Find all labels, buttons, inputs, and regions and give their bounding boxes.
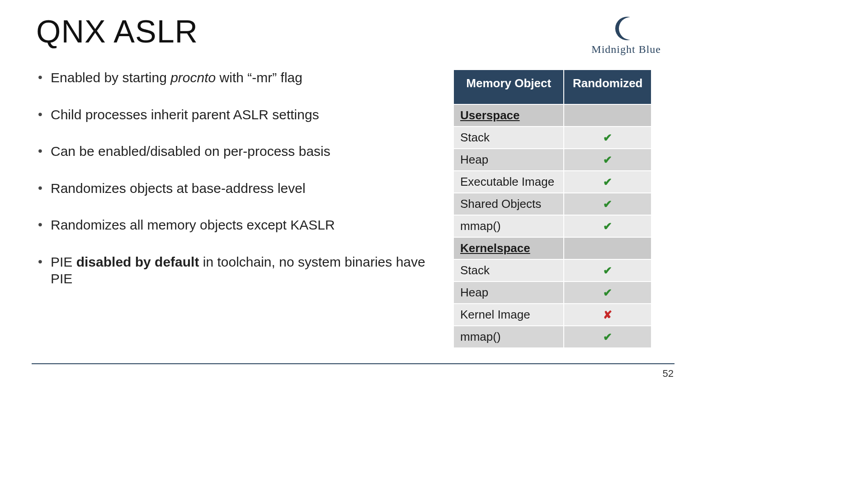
bullet-text: Child processes inherit parent ASLR sett… bbox=[51, 107, 319, 122]
bullets-ul: Enabled by starting procnto with “-mr” f… bbox=[36, 69, 426, 287]
table-row: Heap✔ bbox=[453, 282, 651, 304]
bullet-text: Randomizes all memory objects except KAS… bbox=[51, 217, 335, 232]
content-row: Enabled by starting procnto with “-mr” f… bbox=[36, 69, 652, 348]
bullet-item: Enabled by starting procnto with “-mr” f… bbox=[36, 69, 426, 86]
section-label: Userspace bbox=[453, 104, 564, 127]
bullet-item: Child processes inherit parent ASLR sett… bbox=[36, 106, 426, 123]
memory-object-cell: Stack bbox=[453, 259, 564, 282]
th-memory-object: Memory Object bbox=[453, 70, 564, 104]
section-empty bbox=[564, 237, 651, 259]
memory-object-cell: mmap() bbox=[453, 215, 564, 237]
memory-table-wrap: Memory Object Randomized UserspaceStack✔… bbox=[453, 69, 652, 348]
table-row: Stack✔ bbox=[453, 259, 651, 282]
check-icon: ✔ bbox=[564, 259, 651, 282]
bullet-text: PIE bbox=[51, 254, 76, 269]
memory-object-cell: Heap bbox=[453, 282, 564, 304]
table-row: Stack✔ bbox=[453, 127, 651, 149]
table-row: Heap✔ bbox=[453, 149, 651, 171]
check-icon: ✔ bbox=[564, 127, 651, 149]
section-label: Kernelspace bbox=[453, 237, 564, 259]
memory-object-cell: Heap bbox=[453, 149, 564, 171]
cross-icon: ✘ bbox=[564, 304, 651, 326]
bullet-text: Enabled by starting bbox=[51, 70, 170, 85]
table-section-row: Kernelspace bbox=[453, 237, 651, 259]
check-icon: ✔ bbox=[564, 149, 651, 171]
bullet-emphasis: procnto bbox=[170, 70, 216, 85]
header: QNX ASLR Midnight Blue bbox=[36, 14, 652, 56]
table-row: Kernel Image✘ bbox=[453, 304, 651, 326]
check-icon: ✔ bbox=[564, 326, 651, 348]
memory-object-cell: Kernel Image bbox=[453, 304, 564, 326]
bullet-strong: disabled by default bbox=[76, 254, 199, 269]
table-row: mmap()✔ bbox=[453, 215, 651, 237]
check-icon: ✔ bbox=[564, 215, 651, 237]
slide-title: QNX ASLR bbox=[36, 14, 198, 50]
table-row: Shared Objects✔ bbox=[453, 193, 651, 215]
slide: QNX ASLR Midnight Blue Enabled by starti… bbox=[0, 0, 684, 384]
table-row: Executable Image✔ bbox=[453, 171, 651, 193]
bullet-item: PIE disabled by default in toolchain, no… bbox=[36, 253, 426, 287]
brand-logo: Midnight Blue bbox=[591, 15, 661, 56]
memory-object-cell: Executable Image bbox=[453, 171, 564, 193]
section-empty bbox=[564, 104, 651, 127]
memory-object-cell: mmap() bbox=[453, 326, 564, 348]
bullet-item: Randomizes objects at base-address level bbox=[36, 180, 426, 197]
crescent-icon bbox=[611, 15, 641, 42]
memory-table: Memory Object Randomized UserspaceStack✔… bbox=[453, 69, 652, 348]
bullet-list: Enabled by starting procnto with “-mr” f… bbox=[36, 69, 426, 348]
memory-table-body: UserspaceStack✔Heap✔Executable Image✔Sha… bbox=[453, 104, 651, 348]
memory-object-cell: Shared Objects bbox=[453, 193, 564, 215]
bullet-item: Randomizes all memory objects except KAS… bbox=[36, 216, 426, 234]
th-randomized: Randomized bbox=[564, 70, 651, 104]
check-icon: ✔ bbox=[564, 282, 651, 304]
bullet-item: Can be enabled/disabled on per-process b… bbox=[36, 143, 426, 160]
table-section-row: Userspace bbox=[453, 104, 651, 127]
brand-name: Midnight Blue bbox=[591, 43, 661, 56]
page-number: 52 bbox=[663, 368, 674, 380]
bullet-text: Can be enabled/disabled on per-process b… bbox=[51, 144, 330, 159]
footer-rule bbox=[32, 363, 675, 364]
bullet-text: Randomizes objects at base-address level bbox=[51, 181, 306, 196]
bullet-text: with “-mr” flag bbox=[216, 70, 302, 85]
table-row: mmap()✔ bbox=[453, 326, 651, 348]
memory-object-cell: Stack bbox=[453, 127, 564, 149]
check-icon: ✔ bbox=[564, 171, 651, 193]
check-icon: ✔ bbox=[564, 193, 651, 215]
